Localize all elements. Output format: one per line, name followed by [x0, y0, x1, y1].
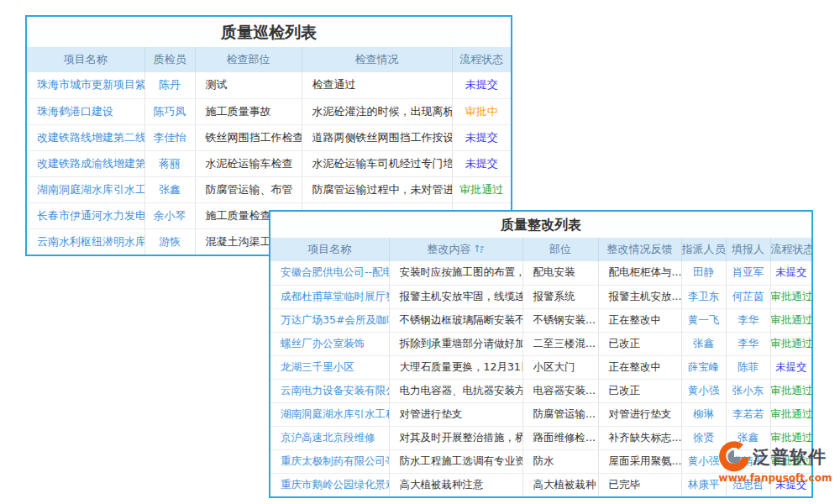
cell-reporter[interactable]: 何芷茵	[726, 285, 770, 308]
column-header-label: 质检员	[154, 53, 186, 66]
cell-content: 不锈钢边框玻璃隔断安装不牢...	[389, 308, 522, 332]
cell-part: 施工质量事故	[195, 98, 302, 124]
status-badge: 未提交	[770, 261, 811, 285]
cell-inspector[interactable]: 游恢	[144, 228, 195, 255]
cell-content: 大理石质量更换，12月31日之...	[389, 355, 522, 379]
column-header: 指派人员	[681, 238, 726, 261]
column-header-sortable[interactable]: 整改内容	[389, 238, 522, 261]
cell-situation: 水泥砼灌注的时候，出现离析现象	[302, 98, 452, 124]
status-badge: 审批中	[452, 98, 511, 124]
cell-assignee[interactable]: 张鑫	[681, 332, 726, 355]
cell-project[interactable]: 重庆市鹅岭公园绿化景观提升...	[270, 473, 389, 496]
table-row: 龙湖三千里小区大理石质量更换，12月31日之...小区大门正在整改中薛宝峰陈菲未…	[270, 355, 811, 379]
cell-part: 报警系统	[522, 285, 598, 308]
cell-project[interactable]: 万达广场35#会所及咖啡厅空...	[270, 308, 389, 332]
cell-situation: 道路两侧铁丝网围挡工作按设计...	[302, 124, 452, 150]
sort-icon[interactable]	[475, 244, 485, 256]
cell-project[interactable]: 长春市伊通河水力发电...	[27, 202, 144, 228]
table-row: 珠海鹤港口建设陈巧凤施工质量事故水泥砼灌注的时候，出现离析现象审批中	[27, 98, 511, 124]
cell-assignee[interactable]: 田静	[681, 261, 726, 285]
column-header-label: 流程状态	[459, 53, 503, 66]
cell-content: 高大植被栽种注意	[389, 473, 522, 496]
column-header: 填报人	[726, 238, 770, 261]
cell-reporter[interactable]: 李若若	[726, 402, 770, 426]
page: { "inspection_table": { "title": "质量巡检列表…	[0, 0, 840, 504]
column-header: 质检员	[144, 47, 195, 72]
cell-content: 报警主机安放牢固，线缆连接...	[389, 285, 522, 308]
column-header: 项目名称	[270, 238, 389, 261]
cell-feedback: 屋面采用聚氨...	[598, 449, 681, 473]
inspection-panel-title: 质量巡检列表	[27, 17, 511, 47]
status-badge: 审批通过	[770, 332, 811, 355]
cell-part: 防腐管运输...	[522, 402, 598, 426]
cell-feedback: 对管进行垫支	[598, 402, 681, 426]
cell-part: 水泥砼运输车检查	[195, 150, 302, 176]
cell-feedback: 报警主机安放...	[598, 285, 681, 308]
cell-reporter[interactable]: 陈菲	[726, 355, 770, 379]
fanpu-logo-icon	[717, 440, 751, 474]
status-badge: 未提交	[770, 355, 811, 379]
cell-project[interactable]: 改建铁路成渝线增建第...	[27, 150, 144, 176]
cell-project[interactable]: 云南水利枢纽潜明水库...	[27, 228, 144, 255]
column-header-label: 检查部位	[227, 53, 270, 66]
cell-situation: 水泥砼运输车司机经过专门培训...	[302, 150, 452, 176]
cell-inspector[interactable]: 陈巧凤	[144, 98, 195, 124]
status-badge: 未提交	[452, 150, 511, 176]
cell-project[interactable]: 重庆太极制药有限公司亳州中...	[270, 449, 389, 473]
cell-inspector[interactable]: 李佳怡	[144, 124, 195, 150]
cell-content: 对其及时开展整治措施，桥头...	[389, 426, 522, 449]
cell-project[interactable]: 京沪高速北京段维修	[270, 426, 389, 449]
cell-part: 不锈钢安装...	[522, 308, 598, 332]
cell-part: 防腐管运输、布管	[195, 176, 302, 202]
cell-reporter[interactable]: 肖亚军	[726, 261, 770, 285]
column-header-label: 部位	[549, 243, 571, 255]
inspection-header-row: 项目名称质检员检查部位检查情况流程状态	[27, 47, 511, 72]
cell-feedback: 补齐缺失标志...	[598, 426, 681, 449]
cell-part: 防水	[522, 449, 598, 473]
cell-project[interactable]: 云南电力设备安装有限公司20...	[270, 379, 389, 402]
rectification-header-row: 项目名称整改内容部位整改情况反馈指派人员填报人流程状态	[270, 238, 811, 261]
cell-project[interactable]: 安徽合肥供电公司--配电设备...	[270, 261, 389, 285]
column-header: 项目名称	[27, 47, 144, 72]
column-header: 流程状态	[452, 47, 511, 72]
status-badge: 审批通过	[452, 176, 511, 202]
cell-reporter[interactable]: 张小东	[726, 379, 770, 402]
cell-inspector[interactable]: 余小琴	[144, 202, 195, 228]
cell-reporter[interactable]: 李华	[726, 308, 770, 332]
cell-feedback: 配电柜柜体与...	[598, 261, 681, 285]
cell-project[interactable]: 成都杜甫草堂临时展厅独立展...	[270, 285, 389, 308]
status-badge: 未提交	[452, 124, 511, 150]
cell-project[interactable]: 湖南洞庭湖水库引水工程施工标	[270, 402, 389, 426]
cell-project[interactable]: 湖南洞庭湖水库引水工...	[27, 176, 144, 202]
table-row: 安徽合肥供电公司--配电设备...安装时应按施工图的布置，将...配电安装配电柜…	[270, 261, 811, 285]
cell-project[interactable]: 珠海鹤港口建设	[27, 98, 144, 124]
cell-project[interactable]: 珠海市城市更新项目紫...	[27, 72, 144, 98]
cell-inspector[interactable]: 蒋丽	[144, 150, 195, 176]
cell-reporter[interactable]: 李华	[726, 332, 770, 355]
status-badge: 审批通过	[770, 379, 811, 402]
column-header-label: 流程状态	[771, 243, 812, 255]
cell-assignee[interactable]: 黄小强	[681, 379, 726, 402]
table-row: 成都杜甫草堂临时展厅独立展...报警主机安放牢固，线缆连接...报警系统报警主机…	[270, 285, 811, 308]
cell-project[interactable]: 龙湖三千里小区	[270, 355, 389, 379]
cell-assignee[interactable]: 李卫东	[681, 285, 726, 308]
table-row: 改建铁路线增建第二线...李佳怡铁丝网围挡工作检查道路两侧铁丝网围挡工作按设计.…	[27, 124, 511, 150]
watermark-url: www.fanpusoft.com	[717, 472, 833, 484]
cell-project[interactable]: 改建铁路线增建第二线...	[27, 124, 144, 150]
cell-feedback: 正在整改中	[598, 355, 681, 379]
cell-assignee[interactable]: 薛宝峰	[681, 355, 726, 379]
cell-situation: 防腐管运输过程中，未对管进行...	[302, 176, 452, 202]
status-badge: 审批通过	[770, 402, 811, 426]
cell-content: 防水工程施工选调有专业资质...	[389, 449, 522, 473]
cell-assignee[interactable]: 黄一飞	[681, 308, 726, 332]
cell-part: 铁丝网围挡工作检查	[195, 124, 302, 150]
cell-inspector[interactable]: 张鑫	[144, 176, 195, 202]
table-row: 湖南洞庭湖水库引水工...张鑫防腐管运输、布管防腐管运输过程中，未对管进行...…	[27, 176, 511, 202]
cell-content: 拆除到承重墙部分请做好加固...	[389, 332, 522, 355]
cell-inspector[interactable]: 陈丹	[144, 72, 195, 98]
cell-assignee[interactable]: 柳琳	[681, 402, 726, 426]
cell-project[interactable]: 螺丝厂办公室装饰	[270, 332, 389, 355]
cell-part: 小区大门	[522, 355, 598, 379]
cell-situation: 检查通过	[302, 72, 452, 98]
column-header: 检查部位	[195, 47, 302, 72]
